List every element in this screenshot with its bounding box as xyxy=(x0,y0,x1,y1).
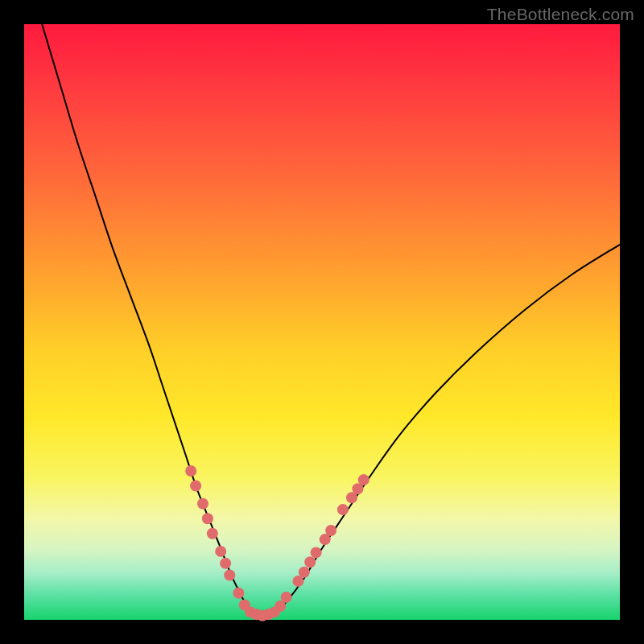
marker-dot xyxy=(299,567,310,578)
marker-dot xyxy=(215,546,226,557)
curve-layer xyxy=(24,24,620,620)
marker-dot xyxy=(185,465,196,477)
marker-dot xyxy=(311,547,322,558)
watermark-text: TheBottleneck.com xyxy=(487,5,634,24)
marker-dot xyxy=(337,504,349,515)
marker-group xyxy=(185,465,369,621)
marker-dot xyxy=(207,528,218,539)
marker-dot xyxy=(220,558,231,569)
marker-dot xyxy=(197,498,208,510)
marker-dot xyxy=(224,570,235,581)
marker-dot xyxy=(190,481,201,492)
chart-frame: TheBottleneck.com xyxy=(0,0,644,644)
series-right-branch xyxy=(275,245,620,614)
marker-dot xyxy=(304,556,316,568)
marker-dot xyxy=(281,592,292,603)
marker-dot xyxy=(202,513,213,524)
marker-dot xyxy=(325,525,336,536)
plot-area xyxy=(24,24,620,620)
marker-dot xyxy=(358,474,369,485)
marker-dot xyxy=(233,588,244,599)
series-left-branch xyxy=(42,24,250,614)
